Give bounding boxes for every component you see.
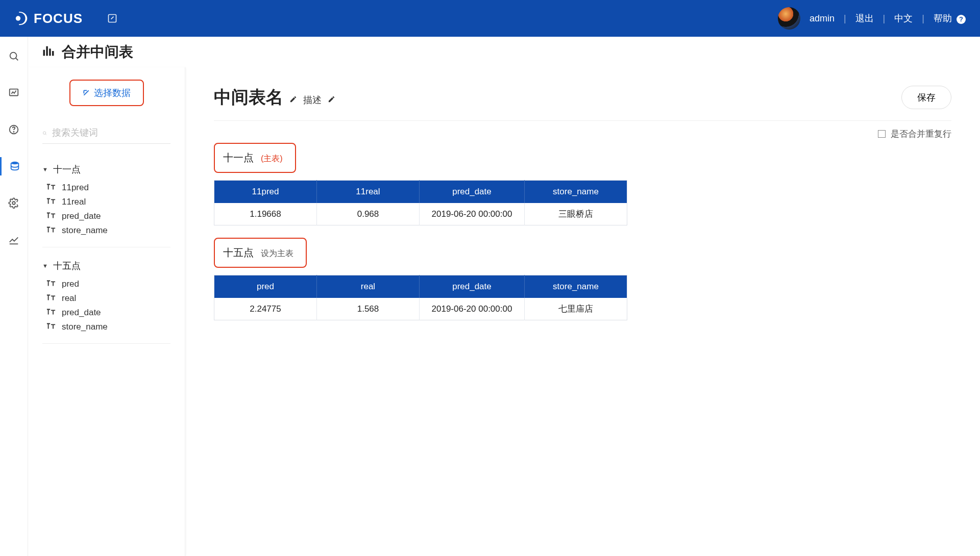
tree-field-label: store_name (62, 322, 108, 332)
help-label: 帮助 (934, 13, 952, 23)
brand-logo-icon (14, 11, 30, 26)
save-button[interactable]: 保存 (901, 86, 951, 109)
tree-field[interactable]: pred (46, 277, 170, 291)
section-title: 十五点 (223, 246, 254, 260)
logout-link[interactable]: 退出 (855, 12, 874, 24)
help-link[interactable]: 帮助 ? (934, 12, 966, 24)
column-header: pred_date (419, 181, 524, 204)
rail-settings-icon[interactable] (0, 194, 28, 212)
caret-down-icon: ▼ (42, 166, 48, 172)
table-cell: 2019-06-20 00:00:00 (419, 203, 524, 225)
tree-group-0[interactable]: ▼十一点 (42, 160, 170, 179)
table-cell: 2019-06-20 00:00:00 (419, 298, 524, 320)
mid-table-name: 中间表名 (214, 86, 283, 109)
column-header: pred (214, 275, 317, 298)
text-field-icon (46, 322, 56, 332)
tree-field[interactable]: 11pred (46, 181, 170, 195)
table-section-header-0: 十一点(主表) (214, 143, 296, 173)
help-icon: ? (957, 15, 966, 24)
search-input[interactable] (52, 128, 170, 138)
section-title: 十一点 (223, 151, 254, 165)
edit-description-icon[interactable] (328, 95, 335, 103)
tree-field-label: pred (62, 279, 79, 289)
field-tree: ▼十一点11pred11realpred_datestore_name▼十五点p… (42, 160, 170, 353)
column-header: store_name (524, 181, 627, 204)
tree-field-label: pred_date (62, 308, 101, 318)
topbar-right: admin | 退出 | 中文 | 帮助 ? (778, 7, 966, 30)
table-cell: 七里庙店 (524, 298, 627, 320)
rail-search[interactable] (0, 47, 28, 65)
svg-rect-10 (49, 48, 51, 56)
side-panel: 选择数据 ▼十一点11pred11realpred_datestore_name… (28, 67, 185, 556)
main-area: 中间表名 描述 保存 是否合并重复行 十一点(主表)11pred11realpr… (185, 67, 980, 556)
tree-field-label: real (62, 293, 76, 304)
table-cell: 1.568 (316, 298, 419, 320)
nav-rail (0, 37, 28, 556)
text-field-icon (46, 308, 56, 318)
primary-table-badge: (主表) (261, 154, 283, 164)
select-data-button[interactable]: 选择数据 (69, 80, 144, 106)
avatar[interactable] (778, 7, 800, 30)
tree-field[interactable]: store_name (46, 320, 170, 334)
table-section-header-1: 十五点设为主表 (214, 238, 307, 268)
text-field-icon (46, 225, 56, 236)
brand[interactable]: FOCUS (14, 11, 83, 27)
rail-chart-icon[interactable] (0, 84, 28, 102)
tree-field[interactable]: 11real (46, 195, 170, 209)
page-title: 合并中间表 (62, 42, 133, 62)
merge-duplicate-label: 是否合并重复行 (891, 128, 951, 140)
tree-field-label: 11real (62, 197, 86, 207)
svg-point-5 (13, 132, 14, 132)
search-icon (42, 129, 47, 138)
data-table-1: predrealpred_datestore_name2.247751.5682… (214, 275, 627, 320)
text-field-icon (46, 211, 56, 221)
svg-rect-8 (43, 50, 45, 56)
svg-point-7 (12, 201, 15, 205)
tree-field-label: store_name (62, 225, 108, 236)
text-field-icon (46, 293, 56, 304)
brand-name: FOCUS (34, 11, 83, 27)
caret-down-icon: ▼ (42, 263, 48, 269)
data-table-0: 11pred11realpred_datestore_name1.196680.… (214, 180, 627, 225)
column-header: 11pred (214, 181, 317, 204)
merge-duplicate-row[interactable]: 是否合并重复行 (214, 128, 951, 140)
tree-field[interactable]: pred_date (46, 209, 170, 223)
table-cell: 2.24775 (214, 298, 317, 320)
username[interactable]: admin (810, 13, 835, 24)
table-row: 1.196680.9682019-06-20 00:00:00三眼桥店 (214, 203, 627, 225)
table-row: 2.247751.5682019-06-20 00:00:00七里庙店 (214, 298, 627, 320)
text-field-icon (46, 279, 56, 289)
edit-name-icon[interactable] (289, 95, 297, 103)
svg-point-6 (11, 162, 18, 165)
tree-field[interactable]: real (46, 291, 170, 306)
tree-field-label: 11pred (62, 183, 89, 193)
tree-group-1[interactable]: ▼十五点 (42, 257, 170, 275)
column-header: pred_date (419, 275, 524, 298)
tree-field-label: pred_date (62, 211, 101, 221)
rail-trend-icon[interactable] (0, 231, 28, 249)
select-data-label: 选择数据 (94, 87, 131, 99)
text-field-icon (46, 183, 56, 193)
arrow-up-left-icon (83, 89, 90, 96)
edit-icon[interactable] (107, 13, 117, 23)
checkbox-icon[interactable] (878, 130, 886, 138)
svg-rect-9 (46, 46, 48, 56)
language-link[interactable]: 中文 (894, 12, 913, 24)
rail-data-icon[interactable] (0, 157, 28, 175)
tree-field[interactable]: store_name (46, 223, 170, 238)
rail-help-icon[interactable] (0, 120, 28, 139)
text-field-icon (46, 197, 56, 207)
column-header: 11real (316, 181, 419, 204)
search-field[interactable] (42, 128, 170, 144)
svg-point-0 (16, 16, 20, 20)
bar-chart-icon (41, 44, 56, 60)
column-header: real (316, 275, 419, 298)
tree-field[interactable]: pred_date (46, 306, 170, 320)
svg-point-12 (43, 132, 46, 134)
tree-group-label: 十一点 (53, 163, 81, 175)
tree-group-label: 十五点 (53, 260, 81, 272)
table-cell: 0.968 (316, 203, 419, 225)
set-primary-action[interactable]: 设为主表 (261, 248, 293, 259)
page-title-bar: 合并中间表 (28, 37, 980, 67)
table-cell: 1.19668 (214, 203, 317, 225)
